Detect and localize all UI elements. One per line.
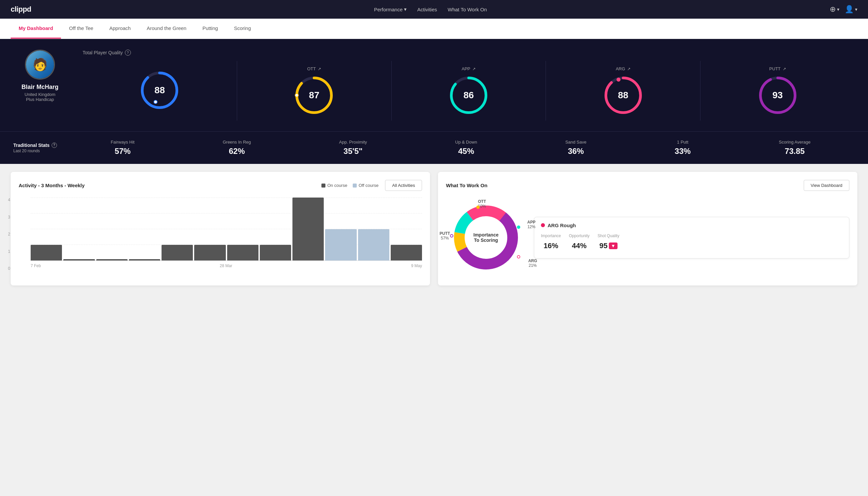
score-card-putt: PUTT ↗ 93	[700, 61, 855, 121]
app-trend-icon: ↗	[472, 67, 476, 71]
work-on-card: What To Work On View Dashboard Impo	[438, 172, 857, 285]
view-dashboard-button[interactable]: View Dashboard	[804, 180, 849, 191]
plus-icon: ⊕	[830, 5, 836, 14]
bar-8	[260, 245, 291, 261]
add-button[interactable]: ⊕ ▾	[830, 5, 839, 14]
bar-6	[194, 245, 225, 261]
tab-bar: My Dashboard Off the Tee Approach Around…	[0, 19, 868, 39]
tab-my-dashboard[interactable]: My Dashboard	[11, 19, 61, 38]
tab-scoring[interactable]: Scoring	[226, 19, 259, 38]
on-course-dot	[321, 184, 326, 188]
donut-dot-arg	[517, 255, 520, 259]
score-card-ott: OTT ↗ 87	[237, 61, 392, 121]
user-menu-button[interactable]: 👤 ▾	[845, 5, 857, 14]
stat-app-proximity: App. Proximity 35'5"	[339, 140, 367, 156]
stats-subtitle: Last 20 rounds	[13, 149, 67, 153]
score-label-app: APP ↗	[462, 66, 476, 71]
score-label-arg: ARG ↗	[616, 66, 631, 71]
donut-center-sub: To Scoring	[473, 237, 498, 243]
bar-chart: 7 Feb 28 Mar 9 May	[31, 198, 422, 271]
all-activities-button[interactable]: All Activities	[385, 180, 422, 191]
donut-label-arg: ARG 21%	[528, 259, 537, 268]
avatar-image: 🧑	[26, 51, 54, 79]
activity-card-header: Activity - 3 Months - Weekly On course O…	[19, 180, 422, 191]
score-cards: 88 OTT ↗ 87	[83, 61, 855, 121]
stats-row: Traditional Stats ? Last 20 rounds Fairw…	[0, 131, 868, 164]
donut-label-app: APP 12%	[527, 220, 536, 229]
stat-sand-save: Sand Save 36%	[565, 140, 586, 156]
user-chevron-icon: ▾	[855, 7, 857, 12]
add-chevron-icon: ▾	[837, 7, 839, 12]
nav-activities[interactable]: Activities	[417, 7, 437, 12]
tab-off-the-tee[interactable]: Off the Tee	[61, 19, 101, 38]
off-course-dot	[353, 184, 357, 188]
logo[interactable]: clippd	[11, 5, 31, 14]
stats-items: Fairways Hit 57% Greens In Reg 62% App. …	[67, 140, 855, 156]
circle-ott: 87	[294, 75, 334, 115]
svg-point-5	[295, 94, 298, 97]
scores-section: Total Player Quality ? 88	[83, 50, 855, 121]
player-country: United Kingdom	[25, 92, 56, 97]
donut-label-putt: PUTT 57%	[440, 231, 450, 241]
legend-on-course: On course	[321, 183, 347, 188]
nav-right: ⊕ ▾ 👤 ▾	[830, 5, 857, 14]
score-card-arg: ARG ↗ 88	[546, 61, 700, 121]
bar-3	[96, 259, 128, 261]
detail-importance: Importance 16%	[541, 233, 561, 250]
score-label-ott: OTT ↗	[307, 66, 321, 71]
tpq-info-icon[interactable]: ?	[125, 50, 131, 56]
bar-12	[391, 245, 422, 261]
work-detail-title: ARG Rough	[541, 222, 842, 228]
logo-text: clippd	[11, 5, 31, 13]
nav-what-to-work-on[interactable]: What To Work On	[448, 7, 487, 12]
tab-approach[interactable]: Approach	[101, 19, 139, 38]
tab-around-the-green[interactable]: Around the Green	[139, 19, 194, 38]
tpq-label: Total Player Quality ?	[83, 50, 855, 56]
bottom-section: Activity - 3 Months - Weekly On course O…	[0, 164, 868, 293]
stats-label-group: Traditional Stats ? Last 20 rounds	[13, 143, 67, 153]
score-value-total: 88	[155, 85, 165, 96]
bar-10	[325, 229, 357, 261]
putt-trend-icon: ↗	[783, 67, 786, 71]
donut-center-title: Importance	[473, 232, 498, 237]
stats-info-icon[interactable]: ?	[52, 143, 57, 148]
activity-card-title: Activity - 3 Months - Weekly	[19, 183, 84, 188]
work-on-body: Importance To Scoring PUTT 57% OTT 10% A…	[446, 198, 849, 278]
bar-5	[161, 245, 193, 261]
nav-performance[interactable]: Performance ▾	[374, 6, 407, 12]
activity-card: Activity - 3 Months - Weekly On course O…	[11, 172, 430, 285]
circle-arg: 88	[603, 75, 643, 115]
tab-putting[interactable]: Putting	[194, 19, 226, 38]
svg-point-10	[617, 78, 620, 81]
stats-title: Traditional Stats ?	[13, 143, 67, 148]
arg-trend-icon: ↗	[627, 67, 631, 71]
avatar: 🧑	[25, 50, 55, 80]
score-value-app: 86	[463, 90, 474, 100]
detail-shot-quality-value-row: 95 ▼	[600, 242, 617, 250]
top-nav: clippd Performance ▾ Activities What To …	[0, 0, 868, 19]
hero-section: 🧑 Blair McHarg United Kingdom Plus Handi…	[0, 39, 868, 131]
chart-area	[31, 198, 422, 261]
score-label-putt: PUTT ↗	[769, 66, 786, 71]
bar-1	[31, 245, 62, 261]
nav-links: Performance ▾ Activities What To Work On	[374, 6, 487, 12]
score-card-total: 88	[83, 61, 237, 121]
donut-wrapper: Importance To Scoring PUTT 57% OTT 10% A…	[446, 198, 526, 278]
score-value-ott: 87	[309, 90, 319, 100]
detail-shot-quality: Shot Quality 95 ▼	[598, 233, 619, 250]
work-detail-stats: Importance 16% Opportunity 44% Shot Qual…	[541, 233, 842, 250]
svg-point-2	[154, 100, 157, 104]
legend-off-course: Off course	[353, 183, 379, 188]
work-on-header: What To Work On View Dashboard	[446, 180, 849, 191]
chart-x-labels: 7 Feb 28 Mar 9 May	[31, 263, 422, 268]
score-value-arg: 88	[618, 90, 628, 100]
activity-legend: On course Off course	[321, 183, 379, 188]
score-card-app: APP ↗ 86	[392, 61, 546, 121]
score-value-putt: 93	[772, 90, 783, 100]
stat-fairways-hit: Fairways Hit 57%	[111, 140, 135, 156]
stat-one-putt: 1 Putt 33%	[675, 140, 691, 156]
bar-4	[129, 259, 160, 261]
bar-9	[293, 198, 324, 261]
player-info: 🧑 Blair McHarg United Kingdom Plus Handi…	[13, 50, 67, 102]
bar-2	[63, 259, 95, 261]
